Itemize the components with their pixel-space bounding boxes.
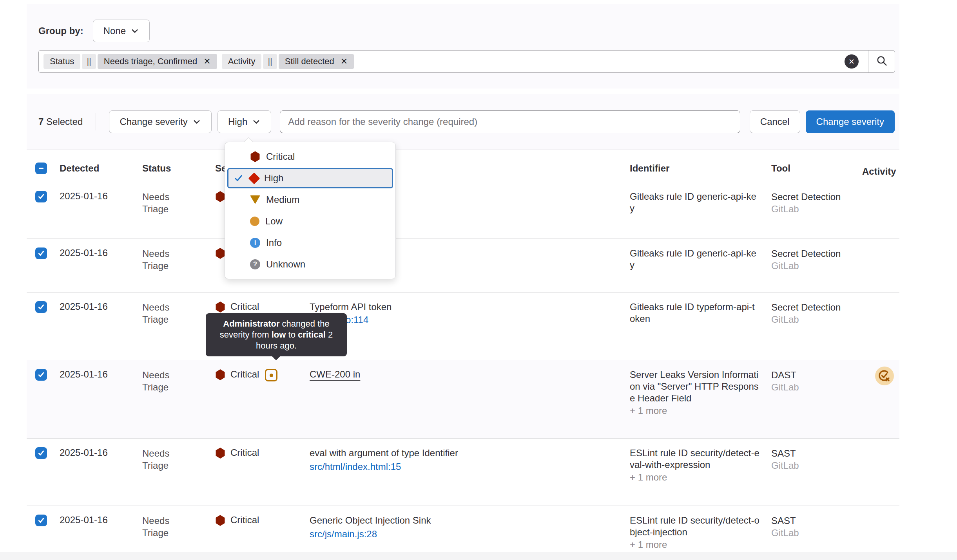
clear-search-icon[interactable]: ✕ xyxy=(845,54,859,69)
tool-vendor: GitLab xyxy=(771,260,852,272)
table-row: 2025-01-16 Needs Triage Critical Gitleak… xyxy=(27,239,899,293)
critical-severity-icon xyxy=(215,369,225,380)
check-icon xyxy=(233,195,244,204)
row-checkbox[interactable] xyxy=(35,515,47,526)
filter-token-value[interactable]: Needs triage, Confirmed ✕ xyxy=(98,54,217,69)
status-label: Needs Triage xyxy=(142,293,215,360)
tool-vendor: GitLab xyxy=(771,527,852,539)
tool-name: Secret Detection xyxy=(771,191,852,203)
chevron-down-icon xyxy=(252,117,261,126)
critical-severity-icon xyxy=(250,151,260,162)
row-checkbox[interactable] xyxy=(35,191,47,202)
table-row: 2025-01-16 Needs Triage Critical eval wi… xyxy=(27,439,899,506)
detected-date: 2025-01-16 xyxy=(60,360,142,438)
row-checkbox[interactable] xyxy=(35,447,47,459)
filter-token-name[interactable]: Activity xyxy=(222,54,262,69)
filters-section: Group by: None Status || Needs triage, C… xyxy=(27,4,899,89)
tool-vendor: GitLab xyxy=(771,381,852,393)
severity-value-dropdown[interactable]: High xyxy=(218,110,271,133)
critical-severity-icon xyxy=(215,302,225,313)
header-tool: Tool xyxy=(771,163,852,174)
group-by-label: Group by: xyxy=(38,25,83,36)
tool-vendor: GitLab xyxy=(771,313,852,325)
severity-override-icon[interactable] xyxy=(265,369,277,381)
tool-name: SAST xyxy=(771,447,852,459)
identifier-more-label: + 1 more xyxy=(630,405,759,417)
status-label: Needs Triage xyxy=(142,439,215,506)
detected-date: 2025-01-16 xyxy=(60,293,142,360)
severity-option[interactable]: Critical xyxy=(227,146,393,167)
change-severity-submit-button[interactable]: Change severity xyxy=(806,110,895,133)
page-bottom-strip xyxy=(0,552,957,560)
critical-severity-icon xyxy=(215,515,225,526)
tool-vendor: GitLab xyxy=(771,459,852,471)
identifier-text: Gitleaks rule ID generic-api-key xyxy=(630,191,759,214)
tool-vendor: GitLab xyxy=(771,203,852,215)
status-label: Needs Triage xyxy=(142,360,215,438)
severity-change-tooltip: Administrator changed the severity from … xyxy=(206,313,347,356)
finding-title-link[interactable]: CWE-200 in xyxy=(310,369,360,380)
remove-token-icon[interactable]: ✕ xyxy=(203,57,210,66)
identifier-text: ESLint rule ID security/detect-object-in… xyxy=(630,515,759,538)
finding-location-link[interactable]: o:114 xyxy=(346,314,368,325)
table-row: 2025-01-16 Needs Triage Critical CWE-200… xyxy=(27,360,899,439)
severity-option-label: Medium xyxy=(266,194,299,205)
check-icon xyxy=(233,217,244,226)
unknown-severity-icon: ? xyxy=(250,259,260,269)
filtered-search-bar[interactable]: Status || Needs triage, Confirmed ✕ Acti… xyxy=(38,50,895,73)
group-by-dropdown[interactable]: None xyxy=(93,20,150,42)
severity-label: Critical xyxy=(230,515,259,526)
severity-option[interactable]: Medium xyxy=(227,190,393,210)
filter-token-operator[interactable]: || xyxy=(82,54,96,69)
finding-title[interactable]: Generic Object Injection Sink xyxy=(310,515,614,526)
severity-option-label: Low xyxy=(265,216,283,227)
info-severity-icon: i xyxy=(250,238,260,248)
row-checkbox[interactable] xyxy=(35,301,47,313)
finding-location-link[interactable]: src/html/index.html:15 xyxy=(310,461,401,472)
severity-option[interactable]: High xyxy=(227,168,393,188)
filter-token-value[interactable]: Still detected ✕ xyxy=(279,54,354,69)
critical-severity-icon xyxy=(215,448,225,459)
severity-option[interactable]: Low xyxy=(227,211,393,231)
divider xyxy=(96,113,96,130)
check-icon xyxy=(233,173,244,183)
bulk-action-toolbar: 7 Selected Change severity High Cancel C… xyxy=(27,94,899,150)
select-all-checkbox[interactable] xyxy=(35,163,47,174)
severity-reason-input[interactable] xyxy=(280,110,740,133)
header-identifier: Identifier xyxy=(630,163,771,174)
row-checkbox[interactable] xyxy=(35,247,47,259)
identifier-more-label: + 1 more xyxy=(630,539,759,551)
severity-option-label: Unknown xyxy=(266,259,305,270)
identifier-text: Gitleaks rule ID typeform-api-token xyxy=(630,301,759,325)
table-header-row: Detected Status Severity Identifier Tool… xyxy=(27,155,899,182)
check-icon xyxy=(233,238,244,247)
filter-token-name[interactable]: Status xyxy=(44,54,80,69)
finding-location-link[interactable]: src/js/main.js:28 xyxy=(310,529,377,540)
detected-date: 2025-01-16 xyxy=(60,182,142,238)
finding-title[interactable]: Typeform API token xyxy=(310,301,614,313)
status-label: Needs Triage xyxy=(142,506,215,552)
severity-option[interactable]: ? Unknown xyxy=(227,254,393,275)
row-checkbox[interactable] xyxy=(35,369,47,381)
status-label: Needs Triage xyxy=(142,239,215,292)
filter-token-activity: Activity || Still detected ✕ xyxy=(222,54,354,69)
activity-no-longer-detected-icon[interactable] xyxy=(875,367,894,388)
finding-title[interactable]: eval with argument of type Identifier xyxy=(310,447,614,459)
chevron-down-icon xyxy=(130,27,139,35)
detected-date: 2025-01-16 xyxy=(60,506,142,552)
check-icon xyxy=(233,260,244,269)
search-icon xyxy=(875,54,888,69)
severity-option[interactable]: i Info xyxy=(227,233,393,253)
header-activity: Activity xyxy=(852,160,899,177)
remove-token-icon[interactable]: ✕ xyxy=(341,57,348,66)
severity-label: Critical xyxy=(230,369,259,380)
cancel-button[interactable]: Cancel xyxy=(750,110,800,133)
table-body: 2025-01-16 Needs Triage Critical Gitleak… xyxy=(27,182,899,553)
change-severity-dropdown[interactable]: Change severity xyxy=(109,110,211,133)
header-status: Status xyxy=(142,163,215,174)
filter-token-operator[interactable]: || xyxy=(263,54,277,69)
tooltip-text: Administrator changed the severity from … xyxy=(220,319,333,350)
search-button[interactable] xyxy=(868,51,895,72)
selected-count: 7 Selected xyxy=(38,116,83,127)
identifier-text: Gitleaks rule ID generic-api-key xyxy=(630,247,759,271)
